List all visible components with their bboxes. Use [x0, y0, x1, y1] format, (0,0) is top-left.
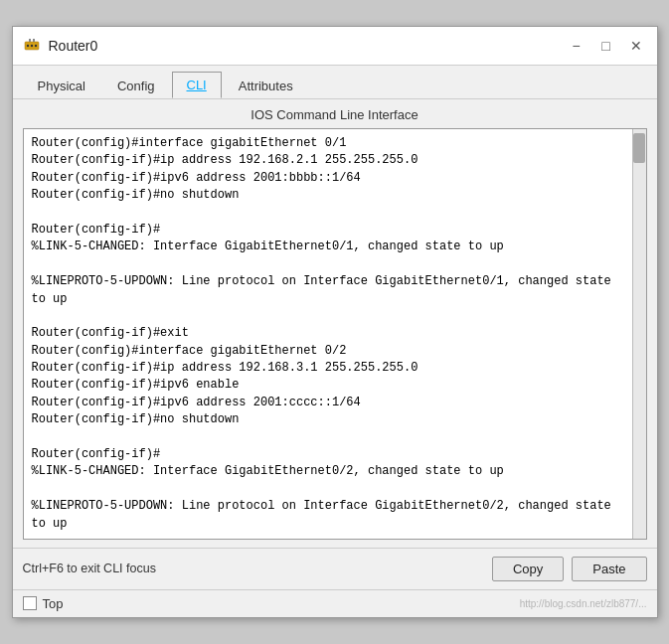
- minimize-button[interactable]: −: [566, 35, 587, 57]
- top-checkbox[interactable]: [23, 596, 37, 610]
- title-bar: Router0 − □ ✕: [13, 27, 657, 66]
- paste-button[interactable]: Paste: [572, 557, 646, 581]
- window-controls: − □ ✕: [566, 35, 647, 57]
- router-icon: [23, 37, 41, 55]
- svg-point-2: [30, 45, 32, 47]
- tab-physical[interactable]: Physical: [23, 73, 100, 98]
- svg-point-1: [26, 45, 28, 47]
- footer-bar: Top http://blog.csdn.net/zlb877/...: [13, 589, 657, 617]
- svg-rect-5: [33, 39, 35, 42]
- section-title: IOS Command Line Interface: [23, 107, 647, 122]
- cli-output[interactable]: Router(config)#interface gigabitEthernet…: [24, 129, 646, 539]
- tab-bar: Physical Config CLI Attributes: [13, 66, 657, 99]
- svg-point-3: [34, 45, 36, 47]
- tab-config[interactable]: Config: [102, 73, 170, 98]
- close-button[interactable]: ✕: [625, 35, 647, 57]
- tab-attributes[interactable]: Attributes: [224, 73, 308, 98]
- cli-area: Router(config)#interface gigabitEthernet…: [23, 128, 647, 540]
- window-title: Router0: [49, 38, 566, 54]
- copy-button[interactable]: Copy: [492, 557, 564, 581]
- svg-rect-4: [29, 39, 31, 42]
- main-content: IOS Command Line Interface Router(config…: [13, 99, 657, 548]
- tab-cli[interactable]: CLI: [172, 72, 222, 98]
- main-window: Router0 − □ ✕ Physical Config CLI Attrib…: [12, 26, 658, 618]
- cli-scrollbar[interactable]: [632, 129, 646, 539]
- top-label: Top: [43, 596, 64, 611]
- maximize-button[interactable]: □: [595, 35, 617, 57]
- bottom-bar: Ctrl+F6 to exit CLI focus Copy Paste: [13, 548, 657, 589]
- watermark: http://blog.csdn.net/zlb877/...: [520, 598, 647, 609]
- shortcut-label: Ctrl+F6 to exit CLI focus: [23, 562, 484, 575]
